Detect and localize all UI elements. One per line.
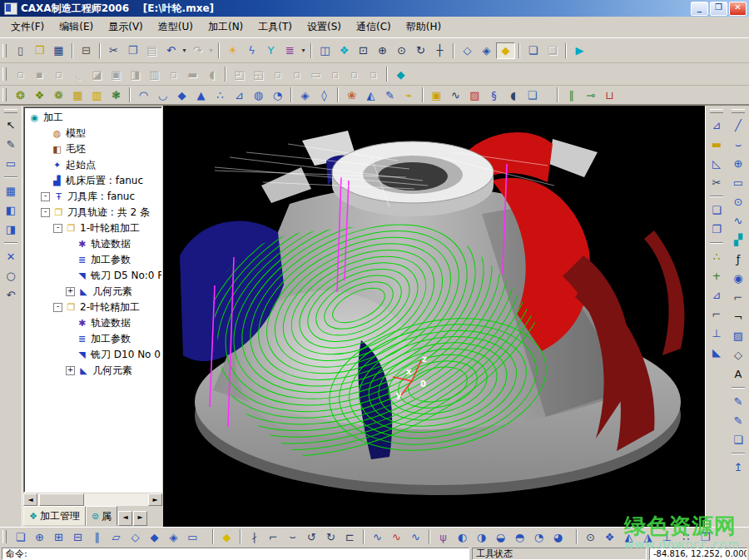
plane-tool-5[interactable]: ▭ [183, 528, 202, 545]
curve-machining[interactable]: ∿ [446, 87, 465, 103]
toolbar-grip[interactable] [710, 109, 723, 113]
coordinate-tool[interactable]: + [707, 267, 726, 285]
surface-sweep-4[interactable]: ◓ [510, 528, 529, 545]
zoom-dynamic[interactable]: ⊙ [392, 42, 411, 59]
zoom-in[interactable]: ⊕ [373, 42, 392, 59]
menu-item[interactable]: 帮助(H) [399, 17, 449, 37]
tree-item[interactable]: +◣几何元素 [26, 363, 161, 379]
surface-sweep-3[interactable]: ◒ [491, 528, 510, 545]
wave-edit-1[interactable]: ∿ [368, 528, 387, 545]
redraw[interactable]: ❖ [335, 42, 354, 59]
tree-item[interactable]: ◧毛坯 [26, 141, 161, 157]
ortho-tool[interactable]: ⌐ [707, 305, 726, 323]
rollback-tool[interactable]: ↶ [2, 286, 20, 304]
curve-eraser-tool[interactable]: ◇ [729, 346, 747, 364]
scrollbar-track[interactable] [37, 493, 148, 506]
tab-scroll-right[interactable]: ► [133, 511, 147, 526]
surface-revolve[interactable]: ⊕ [30, 528, 49, 545]
command-field[interactable]: 命令: [2, 548, 469, 560]
simulation-path[interactable]: ⊸ [581, 87, 600, 103]
tree-item[interactable]: ◍模型 [26, 126, 161, 141]
rotate-view[interactable]: ↻ [411, 42, 430, 59]
rectangle-tool[interactable]: ▭ [729, 174, 747, 191]
plane-tool-3[interactable]: ◆ [145, 528, 164, 545]
tool-library-tool[interactable]: ◧ [2, 201, 20, 219]
finish-machining-6[interactable]: ⊿ [230, 87, 249, 103]
mirror-copy[interactable]: ◮ [638, 528, 657, 545]
line-tool[interactable]: ╱ [729, 116, 747, 134]
curve-trim[interactable]: ∤ [245, 528, 264, 545]
hatch-machining[interactable]: ▨ [465, 87, 484, 103]
view-orientation-tool[interactable]: ◆ [391, 66, 410, 82]
circle-select-tool[interactable]: ○ [2, 267, 20, 285]
toolbar-grip[interactable] [732, 109, 745, 113]
view-spotlight[interactable]: ▶ [570, 42, 589, 59]
finish-machining-5[interactable]: ∴ [211, 87, 230, 103]
tree-item[interactable]: ◥铣刀 D5 No:0 F [26, 268, 161, 284]
transform-point[interactable]: ⊙ [581, 528, 600, 545]
rough-machining-2[interactable]: ❖ [30, 87, 49, 103]
tab-properties[interactable]: ⊜ 属 [86, 506, 117, 526]
wave-edit-3[interactable]: ∿ [406, 528, 425, 545]
surface-region[interactable]: ❏ [11, 528, 30, 545]
ruler-tool[interactable]: ▬ [707, 136, 726, 153]
translate-copy[interactable]: ❐ [696, 528, 715, 545]
half-view-tool[interactable]: ◨ [2, 221, 20, 238]
pan-view[interactable]: ┼ [430, 42, 449, 59]
tree-item[interactable]: ▟机床后置 : fanuc [26, 173, 161, 189]
plane-tool-1[interactable]: ▱ [107, 528, 126, 545]
process-sheet-tool[interactable]: ▦ [2, 182, 20, 200]
tree-horizontal-scrollbar[interactable]: ◄ ► [23, 493, 162, 506]
ellipse-tool[interactable]: ⊙ [729, 193, 747, 211]
copy[interactable]: ❐ [123, 42, 142, 59]
s-surface-machining[interactable]: § [484, 87, 503, 103]
rough-machining[interactable]: ❂ [11, 87, 30, 103]
plane-patch-tool[interactable]: ▞ [729, 231, 747, 249]
scrollbar-thumb[interactable] [39, 493, 84, 506]
toolbar-grip[interactable] [4, 109, 17, 113]
finish-machining[interactable]: ◠ [134, 87, 153, 103]
dimension-tool[interactable]: ⊿ [707, 116, 726, 134]
menu-item[interactable]: 设置(S) [300, 17, 349, 37]
open-file[interactable]: ❐ [30, 42, 49, 59]
finish-machining-3[interactable]: ◆ [172, 87, 191, 103]
finish-machining-4[interactable]: ▲ [191, 87, 211, 103]
tree-expander[interactable]: - [53, 224, 62, 233]
tree-expander[interactable]: - [53, 303, 62, 312]
polyline-tool[interactable]: ⌐ [729, 289, 747, 306]
dim-delete-tool[interactable]: ✂ [707, 174, 726, 191]
plane-ii[interactable]: ∥ [87, 528, 107, 545]
tree-item[interactable]: ≣加工参数 [26, 331, 161, 347]
profile-tool[interactable]: ¬ [729, 308, 747, 325]
new-document[interactable]: ▯ [11, 42, 30, 59]
bring-to-front[interactable]: ❏ [523, 42, 543, 59]
toolbar-grip[interactable] [2, 88, 7, 102]
surface-sweep-5[interactable]: ◔ [529, 528, 548, 545]
plane-f[interactable]: ⊞ [49, 528, 68, 545]
tree-expander[interactable]: - [41, 192, 50, 201]
filter[interactable]: Y [261, 42, 280, 59]
tree-item[interactable]: ✦起始点 [26, 157, 161, 173]
tree-item[interactable]: ✱轨迹数据 [26, 315, 161, 331]
angle-dim-tool[interactable]: ◺ [707, 155, 726, 172]
undo[interactable]: ↶ [161, 42, 181, 59]
zoom-window[interactable]: ⊡ [354, 42, 373, 59]
layers[interactable]: ≣ [280, 42, 300, 59]
layer-machining[interactable]: ▥ [87, 87, 107, 103]
toolbar-grip[interactable] [2, 530, 7, 543]
tree-item[interactable]: ✱轨迹数据 [26, 236, 161, 252]
undo-dropdown[interactable]: ▾ [181, 47, 188, 54]
corner-machining[interactable]: ◊ [315, 87, 334, 103]
tree-item[interactable]: -❐2-叶轮精加工 [26, 300, 161, 315]
delete-tool[interactable]: ✕ [2, 248, 20, 265]
scroll-right-button[interactable]: ► [148, 493, 162, 506]
tree-item[interactable]: ◉加工 [26, 110, 161, 126]
plane-tool-4[interactable]: ◈ [164, 528, 183, 545]
wave-edit-2[interactable]: ∿ [387, 528, 406, 545]
sheet-tool[interactable]: ❏ [707, 201, 726, 219]
menu-item[interactable]: 显示(V) [101, 17, 151, 37]
tree-item[interactable]: -Ŧ刀具库 : fanuc [26, 189, 161, 205]
text-tool[interactable]: A [729, 365, 747, 383]
tree-item[interactable]: +◣几何元素 [26, 284, 161, 300]
layers-dropdown[interactable]: ▾ [300, 47, 307, 54]
